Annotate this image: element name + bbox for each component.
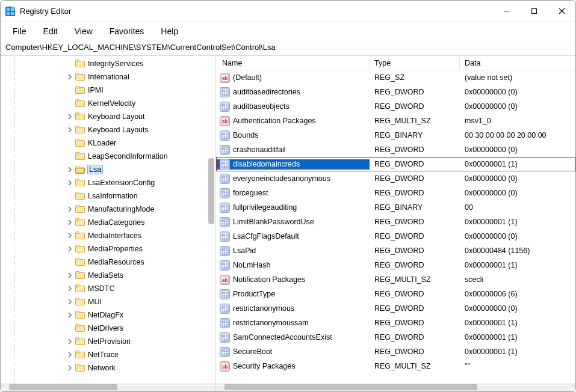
tree-node[interactable]: MediaProperties — [1, 242, 215, 256]
value-row[interactable]: crashonauditfailREG_DWORD0x00000000 (0) — [216, 142, 575, 157]
folder-icon — [75, 125, 85, 135]
tree-vertical-scrollbar[interactable] — [208, 158, 214, 224]
chevron-right-icon[interactable] — [66, 165, 74, 174]
chevron-right-icon[interactable] — [66, 205, 74, 213]
value-row[interactable]: Authentication PackagesREG_MULTI_SZmsv1_… — [216, 114, 575, 128]
value-name: restrictanonymous — [233, 304, 294, 313]
chevron-right-icon[interactable] — [66, 271, 74, 280]
value-row[interactable]: SecureBootREG_DWORD0x00000001 (1) — [216, 345, 575, 359]
tree-node[interactable]: MUI — [1, 295, 215, 308]
chevron-right-icon[interactable] — [66, 311, 74, 319]
value-row[interactable]: restrictanonymoussamREG_DWORD0x00000001 … — [216, 316, 575, 330]
tree-node[interactable]: Keyboard Layout — [1, 110, 215, 123]
column-header-type[interactable]: Type — [370, 56, 460, 70]
tree-node[interactable]: LsaExtensionConfig — [1, 176, 215, 189]
tree-node[interactable]: ManufacturingMode — [1, 203, 215, 216]
tree-node[interactable]: IntegrityServices — [1, 57, 215, 70]
value-name: fullprivilegeauditing — [233, 203, 297, 212]
value-row[interactable]: auditbaseobjectsREG_DWORD0x00000000 (0) — [216, 99, 575, 114]
tree-node[interactable]: Network — [1, 361, 215, 375]
chevron-right-icon[interactable] — [66, 126, 74, 134]
value-row[interactable]: BoundsREG_BINARY00 30 00 00 00 20 00 00 — [216, 128, 575, 142]
tree-node[interactable]: MSDTC — [1, 282, 215, 295]
chevron-right-icon[interactable] — [66, 298, 74, 306]
value-row[interactable]: LsaPidREG_DWORD0x00000484 (1156) — [216, 243, 575, 258]
tree-node-label: LsaExtensionConfig — [88, 179, 155, 187]
tree-node[interactable]: International — [1, 70, 215, 84]
value-row[interactable]: NoLmHashREG_DWORD0x00000001 (1) — [216, 258, 575, 272]
chevron-right-icon[interactable] — [66, 284, 74, 293]
chevron-right-icon[interactable] — [66, 112, 74, 121]
tree-node[interactable]: NetTrace — [1, 348, 215, 361]
app-icon — [5, 7, 15, 16]
chevron-right-icon[interactable] — [66, 351, 74, 359]
values-horizontal-scrollbar[interactable] — [216, 383, 575, 391]
tree-node[interactable]: LeapSecondInformation — [1, 150, 215, 163]
folder-icon — [75, 99, 85, 108]
value-row[interactable]: Notification PackagesREG_MULTI_SZscecli — [216, 272, 575, 287]
value-name: LsaPid — [233, 247, 256, 255]
value-row[interactable]: disabledomaincredsREG_DWORD0x00000001 (1… — [216, 157, 575, 171]
value-row[interactable]: fullprivilegeauditingREG_BINARY00 — [216, 200, 575, 215]
tree-node[interactable]: MediaResources — [1, 256, 215, 269]
folder-icon — [75, 218, 85, 227]
chevron-right-icon[interactable] — [66, 364, 74, 372]
menu-file[interactable]: File — [4, 24, 35, 38]
value-row[interactable]: auditbasedirectoriesREG_DWORD0x00000000 … — [216, 85, 575, 99]
value-type: REG_DWORD — [370, 102, 460, 111]
binary-value-icon — [220, 87, 230, 97]
address-bar[interactable]: Computer\HKEY_LOCAL_MACHINE\SYSTEM\Curre… — [1, 40, 575, 56]
value-type: REG_DWORD — [370, 218, 460, 226]
tree-node[interactable]: KernelVelocity — [1, 97, 215, 110]
value-name: Bounds — [233, 131, 258, 139]
maximize-button[interactable] — [520, 1, 548, 22]
chevron-right-icon[interactable] — [66, 179, 74, 187]
tree-node[interactable]: NetDrivers — [1, 322, 215, 335]
value-row[interactable]: LsaCfgFlagsDefaultREG_DWORD0x00000000 (0… — [216, 229, 575, 243]
menu-edit[interactable]: Edit — [35, 24, 66, 38]
tree-node[interactable]: LsaInformation — [1, 189, 215, 203]
tree-node-label: NetTrace — [88, 351, 119, 359]
value-data: 0x00000001 (1) — [460, 218, 575, 226]
chevron-right-icon[interactable] — [66, 218, 74, 227]
value-row[interactable]: forceguestREG_DWORD0x00000000 (0) — [216, 186, 575, 200]
tree-node-label: KLoader — [88, 139, 116, 147]
tree-node[interactable]: MediaSets — [1, 269, 215, 282]
value-name: LimitBlankPasswordUse — [233, 218, 314, 226]
tree-node[interactable]: IPMI — [1, 84, 215, 97]
value-data: 00 30 00 00 00 20 00 00 — [460, 131, 575, 139]
value-row[interactable]: restrictanonymousREG_DWORD0x00000000 (0) — [216, 301, 575, 316]
chevron-right-icon[interactable] — [66, 73, 74, 81]
tree-node[interactable]: MediaInterfaces — [1, 229, 215, 242]
value-data: 0x00000000 (0) — [460, 102, 575, 111]
chevron-right-icon[interactable] — [66, 231, 74, 240]
value-row[interactable]: SamConnectedAccountsExistREG_DWORD0x0000… — [216, 330, 575, 345]
tree-node[interactable]: NetProvision — [1, 335, 215, 348]
chevron-right-icon[interactable] — [66, 245, 74, 253]
tree-node[interactable]: MediaCategories — [1, 216, 215, 229]
column-header-data[interactable]: Data — [460, 56, 575, 70]
tree-node[interactable]: KLoader — [1, 136, 215, 150]
tree-node[interactable]: Lsa — [1, 163, 215, 176]
value-row[interactable]: Security PackagesREG_MULTI_SZ"" — [216, 359, 575, 373]
column-header-name[interactable]: Name — [216, 56, 370, 70]
value-row[interactable]: LimitBlankPasswordUseREG_DWORD0x00000001… — [216, 215, 575, 229]
value-row[interactable]: ProductTypeREG_DWORD0x00000006 (6) — [216, 287, 575, 301]
folder-icon — [75, 152, 85, 161]
tree-horizontal-scrollbar[interactable] — [1, 383, 215, 391]
menu-help[interactable]: Help — [152, 24, 187, 38]
value-name: Security Packages — [233, 362, 296, 370]
value-row[interactable]: (Default)REG_SZ(value not set) — [216, 70, 575, 85]
titlebar: Registry Editor — [1, 1, 575, 22]
menu-view[interactable]: View — [66, 24, 101, 38]
close-button[interactable] — [548, 1, 575, 22]
value-data: 0x00000000 (0) — [460, 88, 575, 96]
tree-node-label: Network — [88, 364, 116, 372]
tree-node[interactable]: Keyboard Layouts — [1, 123, 215, 136]
menu-favorites[interactable]: Favorites — [101, 24, 153, 38]
minimize-button[interactable] — [492, 1, 520, 22]
value-row[interactable]: everyoneincludesanonymousREG_DWORD0x0000… — [216, 171, 575, 186]
chevron-right-icon[interactable] — [66, 337, 74, 346]
tree-node[interactable]: NetDiagFx — [1, 308, 215, 322]
binary-value-icon — [220, 289, 230, 299]
